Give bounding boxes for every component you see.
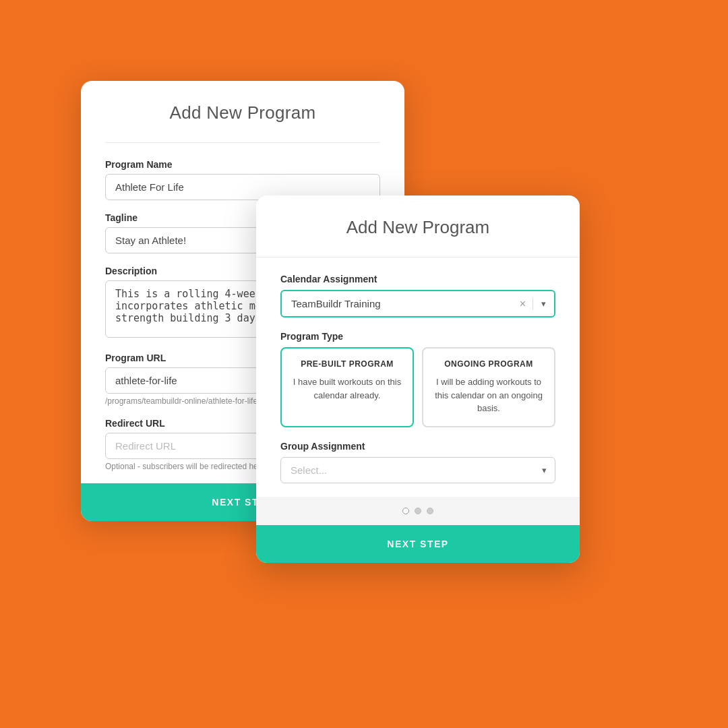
- calendar-select-value: TeamBuildr Training: [282, 291, 513, 316]
- calendar-select[interactable]: TeamBuildr Training × ▾: [280, 290, 555, 317]
- front-card-title: Add New Program: [280, 217, 555, 238]
- group-assignment-label: Group Assignment: [280, 441, 555, 452]
- program-name-label: Program Name: [105, 159, 380, 170]
- pagination-dot-1: [402, 508, 409, 514]
- program-type-grid: PRE-BUILT PROGRAM I have built workouts …: [280, 347, 555, 427]
- program-type-ongoing[interactable]: ONGOING PROGRAM I will be adding workout…: [422, 347, 555, 427]
- program-type-label: Program Type: [280, 331, 555, 342]
- pagination-dot-3: [427, 508, 433, 514]
- calendar-clear-icon[interactable]: ×: [513, 298, 533, 310]
- group-select-placeholder: Select...: [281, 458, 534, 483]
- front-divider: [256, 257, 580, 257]
- front-card: Add New Program Calendar Assignment Team…: [256, 195, 580, 563]
- program-name-group: Program Name: [105, 159, 380, 200]
- group-assignment-section: Group Assignment Select... ▾: [280, 441, 555, 483]
- pre-built-title: PRE-BUILT PROGRAM: [291, 359, 403, 369]
- ongoing-desc: I will be adding workouts to this calend…: [433, 375, 545, 415]
- back-card-title: Add New Program: [105, 102, 380, 123]
- back-divider: [105, 142, 380, 143]
- ongoing-title: ONGOING PROGRAM: [433, 359, 545, 369]
- group-arrow-icon[interactable]: ▾: [534, 465, 555, 475]
- calendar-arrow-icon[interactable]: ▾: [533, 299, 554, 309]
- pagination-dots: [256, 497, 580, 525]
- program-type-pre-built[interactable]: PRE-BUILT PROGRAM I have built workouts …: [280, 347, 414, 427]
- front-next-step-button[interactable]: NEXT STEP: [256, 525, 580, 563]
- program-type-section: Program Type PRE-BUILT PROGRAM I have bu…: [280, 331, 555, 427]
- pre-built-desc: I have built workouts on this calendar a…: [291, 375, 403, 402]
- calendar-assignment-section: Calendar Assignment TeamBuildr Training …: [280, 274, 555, 317]
- calendar-assignment-label: Calendar Assignment: [280, 274, 555, 284]
- pagination-dot-2: [415, 508, 421, 514]
- group-select[interactable]: Select... ▾: [280, 457, 555, 483]
